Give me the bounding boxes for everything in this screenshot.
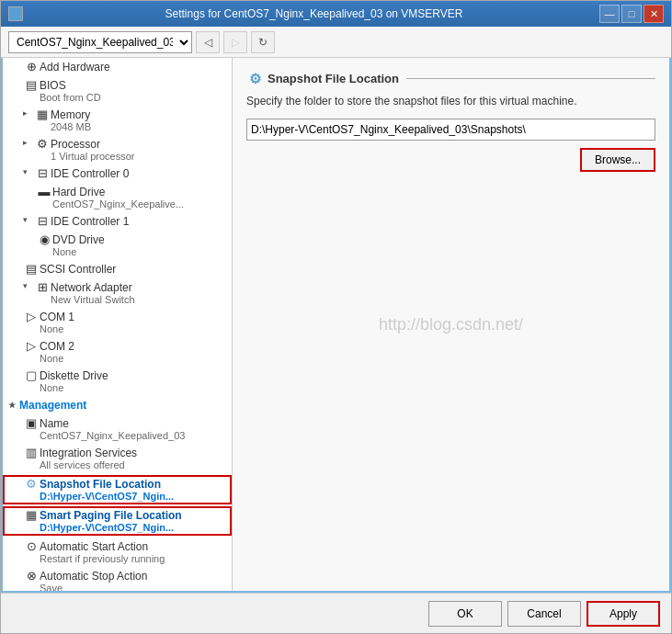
com1-sub: None [40, 323, 224, 334]
harddrive-label: Hard Drive [52, 186, 224, 198]
path-input[interactable] [246, 119, 655, 141]
close-button[interactable]: ✕ [644, 5, 664, 23]
autostart-sub: Restart if previously running [40, 553, 224, 564]
watermark-text: http://blog.csdn.net/ [379, 315, 523, 334]
back-button[interactable]: ◁ [196, 31, 220, 53]
main-area: ⊕ Add Hardware ▤ BIOS Boot from CD ▸ ▦ M… [1, 58, 671, 593]
diskette-label: Diskette Drive [40, 369, 224, 382]
smartpaging-icon: ▦ [23, 509, 40, 521]
minimize-button[interactable]: — [599, 5, 620, 23]
autostop-sub: Save [40, 583, 224, 591]
sidebar-item-com1[interactable]: ▷ COM 1 None [3, 308, 232, 337]
apply-button[interactable]: Apply [587, 601, 660, 627]
smartpaging-sub: D:\Hyper-V\CentOS7_Ngin... [40, 522, 224, 533]
sidebar: ⊕ Add Hardware ▤ BIOS Boot from CD ▸ ▦ M… [3, 58, 233, 591]
name-label: Name [40, 417, 224, 430]
snapshot-sub: D:\Hyper-V\CentOS7_Ngin... [40, 491, 224, 502]
sidebar-item-snapshot[interactable]: ⚙ Snapshot File Location D:\Hyper-V\Cent… [3, 475, 232, 504]
sidebar-item-smartpaging[interactable]: ▦ Smart Paging File Location D:\Hyper-V\… [3, 506, 232, 536]
snapshot-label: Snapshot File Location [40, 478, 224, 491]
sidebar-item-autostop[interactable]: ⊗ Automatic Stop Action Save [3, 567, 232, 591]
ide0-expand-icon: ▾ [23, 167, 34, 176]
network-label: Network Adapter [51, 281, 224, 294]
processor-sub: 1 Virtual processor [51, 151, 224, 162]
section-description: Specify the folder to store the snapshot… [246, 95, 655, 108]
com2-icon: ▷ [23, 340, 40, 352]
ide1-expand-icon: ▾ [23, 215, 34, 224]
title-bar: Settings for CentOS7_Nginx_Keepalived_03… [1, 1, 671, 27]
scsi-icon: ▤ [23, 263, 40, 275]
sidebar-item-dvd[interactable]: ◉ DVD Drive None [3, 231, 232, 260]
forward-icon: ▷ [232, 36, 240, 49]
ide1-icon: ⊟ [34, 215, 51, 227]
smartpaging-label: Smart Paging File Location [40, 509, 224, 522]
memory-icon: ▦ [34, 108, 51, 120]
harddrive-sub: CentOS7_Nginx_Keepalive... [52, 198, 224, 209]
mgmt-expand-icon: ★ [8, 401, 19, 410]
window-icon [8, 6, 23, 21]
network-sub: New Virtual Switch [51, 294, 224, 305]
window-title: Settings for CentOS7_Nginx_Keepalived_03… [28, 7, 599, 20]
ide0-label: IDE Controller 0 [51, 167, 224, 180]
sidebar-item-com2[interactable]: ▷ COM 2 None [3, 337, 232, 367]
sidebar-item-ide1[interactable]: ▾ ⊟ IDE Controller 1 [3, 212, 232, 231]
sidebar-item-integration[interactable]: ▥ Integration Services All services offe… [3, 444, 232, 473]
sidebar-item-processor[interactable]: ▸ ⚙ Processor 1 Virtual processor [3, 135, 232, 164]
integration-icon: ▥ [23, 447, 40, 459]
bios-icon: ▤ [23, 79, 40, 91]
scsi-label: SCSI Controller [40, 263, 224, 276]
bios-sub: Boot from CD [40, 92, 224, 103]
maximize-button[interactable]: □ [621, 5, 642, 23]
integration-label: Integration Services [40, 447, 224, 459]
add-hardware-label: Add Hardware [40, 61, 224, 74]
section-header: ⚙ Snapshot File Location [246, 72, 655, 85]
name-icon: ▣ [23, 417, 40, 429]
ide0-icon: ⊟ [34, 167, 51, 179]
forward-button[interactable]: ▷ [223, 31, 247, 53]
sidebar-item-name[interactable]: ▣ Name CentOS7_Nginx_Keepalived_03 [3, 414, 232, 444]
toolbar: CentOS7_Nginx_Keepalived_03 ◁ ▷ ↻ [1, 27, 671, 58]
management-header: ★ Management [3, 396, 232, 414]
sidebar-item-memory[interactable]: ▸ ▦ Memory 2048 MB [3, 106, 232, 135]
bottom-bar: OK Cancel Apply [1, 593, 671, 633]
com2-label: COM 2 [40, 340, 224, 353]
dvd-label: DVD Drive [52, 233, 224, 246]
content-panel: ⚙ Snapshot File Location Specify the fol… [233, 58, 669, 591]
autostart-label: Automatic Start Action [40, 540, 224, 553]
settings-window: Settings for CentOS7_Nginx_Keepalived_03… [0, 0, 672, 634]
ide1-label: IDE Controller 1 [51, 215, 224, 228]
autostart-icon: ⊙ [23, 540, 40, 552]
snapshot-icon: ⚙ [23, 478, 40, 490]
name-sub: CentOS7_Nginx_Keepalived_03 [40, 430, 224, 441]
add-hardware-icon: ⊕ [23, 61, 40, 73]
diskette-sub: None [40, 382, 224, 393]
processor-label: Processor [51, 138, 224, 151]
harddrive-icon: ▬ [36, 186, 52, 198]
sidebar-item-harddrive[interactable]: ▬ Hard Drive CentOS7_Nginx_Keepalive... [3, 183, 232, 212]
autostop-label: Automatic Stop Action [40, 570, 224, 583]
sidebar-item-bios[interactable]: ▤ BIOS Boot from CD [3, 76, 232, 106]
sidebar-item-network[interactable]: ▾ ⊞ Network Adapter New Virtual Switch [3, 278, 232, 308]
cancel-button[interactable]: Cancel [507, 601, 581, 627]
refresh-icon: ↻ [258, 36, 268, 49]
processor-expand-icon: ▸ [23, 138, 34, 147]
section-icon: ⚙ [246, 72, 263, 85]
memory-expand-icon: ▸ [23, 108, 34, 118]
processor-icon: ⚙ [34, 138, 51, 150]
dvd-sub: None [52, 246, 224, 257]
sidebar-item-add-hardware[interactable]: ⊕ Add Hardware [3, 58, 232, 76]
network-expand-icon: ▾ [23, 281, 34, 290]
vm-selector[interactable]: CentOS7_Nginx_Keepalived_03 [8, 31, 192, 53]
sidebar-item-ide0[interactable]: ▾ ⊟ IDE Controller 0 [3, 164, 232, 183]
browse-button[interactable]: Browse... [580, 148, 655, 172]
ok-button[interactable]: OK [428, 601, 502, 627]
section-title: Snapshot File Location [268, 72, 399, 85]
memory-sub: 2048 MB [51, 121, 224, 132]
sidebar-item-autostart[interactable]: ⊙ Automatic Start Action Restart if prev… [3, 538, 232, 567]
diskette-icon: ▢ [23, 369, 40, 381]
com1-label: COM 1 [40, 311, 224, 323]
dvd-icon: ◉ [36, 233, 52, 245]
refresh-button[interactable]: ↻ [251, 31, 275, 53]
sidebar-item-diskette[interactable]: ▢ Diskette Drive None [3, 367, 232, 396]
sidebar-item-scsi[interactable]: ▤ SCSI Controller [3, 260, 232, 278]
